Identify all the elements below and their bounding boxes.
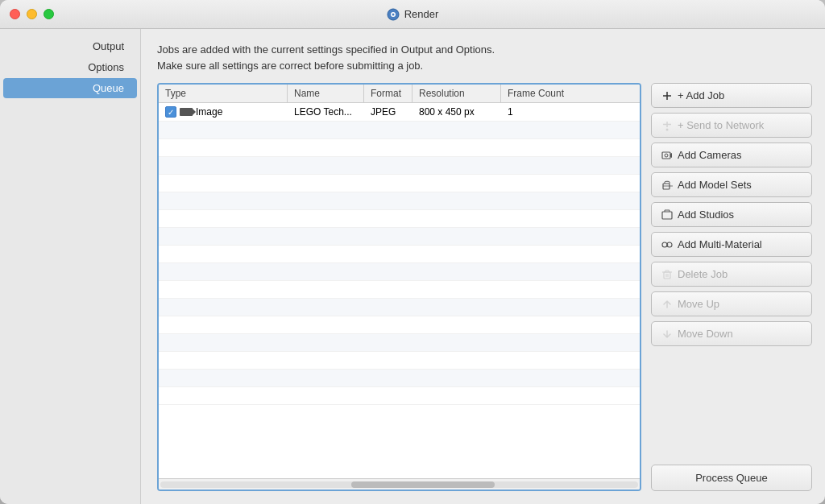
resolution-cell: 800 x 450 px	[412, 103, 501, 121]
table-row-empty	[159, 299, 640, 316]
svg-point-9	[662, 242, 667, 247]
format-cell: JPEG	[364, 103, 412, 121]
framecount-cell: 1	[501, 103, 582, 121]
type-cell: ✓ Image	[159, 103, 288, 121]
multi-material-icon	[661, 239, 673, 250]
content-area: Jobs are added with the current settings…	[141, 29, 825, 504]
col-header-name: Name	[288, 85, 364, 102]
buttons-panel: + Add Job + Send to Network	[651, 83, 812, 491]
col-header-type: Type	[159, 85, 288, 102]
col-header-resolution: Resolution	[412, 85, 501, 102]
table-row-empty	[159, 352, 640, 370]
svg-rect-4	[662, 152, 670, 159]
table-row-empty	[159, 281, 640, 299]
camera-icon	[661, 150, 673, 161]
table-row-empty	[159, 370, 640, 387]
table-scrollbar[interactable]	[159, 478, 640, 490]
main-content: Output Options Queue Jobs are added with…	[0, 29, 825, 504]
add-job-button[interactable]: + Add Job	[651, 83, 812, 108]
close-button[interactable]	[10, 9, 20, 19]
studios-icon	[661, 209, 673, 221]
arrow-up-icon	[661, 299, 673, 310]
svg-rect-7	[663, 184, 670, 189]
trash-icon	[661, 269, 673, 280]
maximize-button[interactable]	[44, 9, 54, 19]
sidebar: Output Options Queue	[0, 29, 141, 504]
scrollbar-track[interactable]	[160, 481, 638, 488]
titlebar: Render	[0, 0, 825, 29]
col-header-framecount: Frame Count	[501, 85, 582, 102]
svg-marker-5	[670, 153, 672, 158]
move-up-button[interactable]: Move Up	[651, 291, 812, 316]
render-app-icon	[387, 8, 400, 21]
svg-rect-11	[664, 272, 670, 279]
scrollbar-thumb[interactable]	[351, 481, 495, 488]
content-body: Type Name Format Resolution Frame Count …	[157, 83, 812, 491]
svg-point-3	[666, 128, 669, 130]
model-sets-icon	[661, 180, 673, 191]
add-studios-button[interactable]: Add Studios	[651, 202, 812, 227]
send-to-network-button[interactable]: + Send to Network	[651, 113, 812, 138]
table-rows[interactable]: ✓ Image LEGO Tech... JPEG 800 x 450 px 1	[159, 103, 640, 478]
svg-point-6	[665, 154, 668, 157]
arrow-down-icon	[661, 328, 673, 340]
window-controls	[10, 9, 54, 19]
table-row-empty	[159, 246, 640, 263]
network-plus-icon	[661, 120, 673, 131]
plus-icon	[661, 90, 673, 101]
description-text: Jobs are added with the current settings…	[157, 42, 812, 73]
table-row-empty	[159, 122, 640, 139]
table-row-empty	[159, 316, 640, 334]
table-row-empty	[159, 192, 640, 210]
svg-rect-8	[662, 212, 672, 219]
table-row-empty	[159, 139, 640, 157]
svg-point-2	[392, 13, 394, 15]
minimize-button[interactable]	[27, 9, 37, 19]
process-queue-button[interactable]: Process Queue	[651, 465, 812, 491]
render-type-icon	[180, 108, 193, 116]
table-row-empty	[159, 334, 640, 352]
window-title: Render	[387, 8, 439, 21]
delete-job-button[interactable]: Delete Job	[651, 262, 812, 287]
sidebar-item-options[interactable]: Options	[3, 57, 137, 77]
row-checkbox[interactable]: ✓	[165, 106, 176, 118]
add-cameras-button[interactable]: Add Cameras	[651, 143, 812, 167]
table-row-empty	[159, 228, 640, 246]
move-down-button[interactable]: Move Down	[651, 321, 812, 346]
table-row-empty	[159, 263, 640, 281]
table-header: Type Name Format Resolution Frame Count	[159, 85, 640, 103]
job-table: Type Name Format Resolution Frame Count …	[157, 83, 641, 491]
app-window: Render Output Options Queue Jobs are add…	[0, 0, 825, 504]
add-multi-material-button[interactable]: Add Multi-Material	[651, 232, 812, 257]
button-spacer	[651, 351, 812, 460]
sidebar-item-queue[interactable]: Queue	[3, 78, 137, 98]
name-cell: LEGO Tech...	[288, 103, 364, 121]
table-row-empty	[159, 387, 640, 405]
table-row-empty	[159, 175, 640, 192]
table-row[interactable]: ✓ Image LEGO Tech... JPEG 800 x 450 px 1	[159, 103, 640, 122]
add-model-sets-button[interactable]: Add Model Sets	[651, 172, 812, 197]
sidebar-item-output[interactable]: Output	[3, 36, 137, 56]
col-header-format: Format	[364, 85, 412, 102]
table-row-empty	[159, 157, 640, 175]
table-row-empty	[159, 210, 640, 228]
